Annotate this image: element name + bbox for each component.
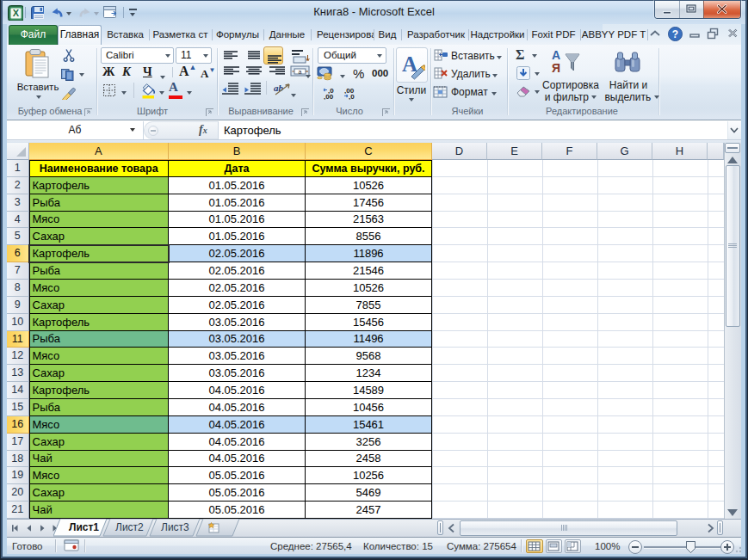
svg-text:a: a [299,69,302,75]
svg-text:Я: Я [552,61,560,75]
svg-text:А: А [552,48,560,62]
svg-text:?: ? [672,28,678,40]
svg-text:ab: ab [274,83,284,93]
svg-text:X: X [13,8,20,18]
svg-text:,00: ,00 [324,93,334,100]
svg-text:,0: ,0 [349,93,355,100]
